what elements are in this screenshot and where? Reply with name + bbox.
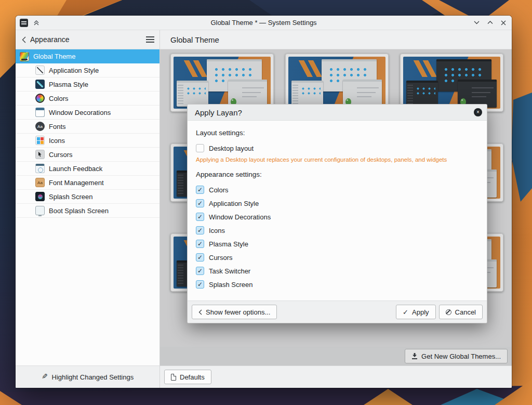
maximize-icon — [487, 21, 493, 24]
titlebar[interactable]: Global Theme * — System Settings — [16, 16, 512, 30]
dialog-body: Layout settings: ✓ Desktop layout Applyi… — [188, 121, 487, 301]
close-icon — [501, 20, 506, 25]
icons-icon — [35, 136, 45, 145]
appearance-options-list: ✓ Colors ✓ Application Style ✓ Window De… — [196, 183, 478, 291]
sidebar-item-label: Boot Splash Screen — [49, 207, 109, 215]
sidebar-item[interactable]: Fonts — [16, 120, 159, 134]
sidebar-item-label: Fonts — [49, 123, 66, 130]
checkbox-label: Task Switcher — [209, 267, 250, 275]
desktop-layout-checkbox[interactable]: ✓ — [196, 144, 204, 152]
plasma-style-icon — [35, 80, 45, 89]
appearance-option[interactable]: ✓ Application Style — [196, 197, 478, 210]
sidebar-item[interactable]: Global Theme — [16, 49, 159, 63]
cancel-icon — [446, 309, 451, 315]
highlighter-icon: ✎ — [42, 373, 48, 380]
show-fewer-options-button[interactable]: Show fewer options... — [192, 305, 277, 319]
option-checkbox[interactable]: ✓ — [196, 267, 204, 275]
close-button[interactable] — [499, 19, 508, 27]
sidebar-item[interactable]: Launch Feedback — [16, 162, 159, 176]
option-checkbox[interactable]: ✓ — [196, 240, 204, 248]
dialog-header: Apply Layan? × — [188, 104, 487, 121]
option-checkbox[interactable]: ✓ — [196, 280, 204, 289]
menu-icon[interactable] — [146, 36, 154, 43]
system-settings-window: Global Theme * — System Settings Appeara… — [16, 16, 512, 388]
checkbox-label: Icons — [209, 227, 225, 234]
sidebar-item[interactable]: Colors — [16, 92, 159, 106]
option-checkbox[interactable]: ✓ — [196, 253, 204, 262]
fonts-icon — [35, 122, 45, 131]
checkbox-label: Application Style — [209, 200, 259, 207]
cancel-button[interactable]: Cancel — [439, 305, 483, 319]
cursors-icon — [35, 150, 45, 159]
maximize-button[interactable] — [486, 19, 494, 27]
apply-button[interactable]: ✓ Apply — [396, 305, 435, 319]
window-decorations-icon — [35, 108, 45, 117]
boot-splash-screen-icon — [35, 206, 45, 215]
layout-settings-label: Layout settings: — [196, 129, 478, 137]
sidebar-item[interactable]: Plasma Style — [16, 77, 159, 92]
sidebar-item[interactable]: Icons — [16, 134, 159, 148]
minimize-icon — [474, 21, 480, 24]
sidebar-item-label: Icons — [49, 137, 65, 145]
back-icon[interactable] — [22, 36, 26, 43]
appearance-option[interactable]: ✓ Colors — [196, 183, 478, 197]
dialog-footer: Show fewer options... ✓ Apply Cancel — [188, 301, 487, 323]
page-title: Global Theme — [170, 35, 219, 44]
appearance-option[interactable]: ✓ Splash Screen — [196, 278, 478, 291]
apply-theme-dialog: Apply Layan? × Layout settings: ✓ Deskto… — [187, 104, 487, 323]
highlight-changed-settings-button[interactable]: Highlight Changed Settings — [52, 373, 134, 381]
keep-above-icon — [33, 20, 39, 26]
sidebar-item-label: Cursors — [49, 151, 73, 159]
checkbox-label: Splash Screen — [209, 281, 253, 289]
sidebar-item-label: Launch Feedback — [49, 165, 102, 173]
sidebar-item[interactable]: Font Management — [16, 176, 159, 190]
check-icon: ✓ — [403, 309, 408, 316]
sidebar-item[interactable]: Boot Splash Screen — [16, 204, 159, 218]
sidebar-item[interactable]: Window Decorations — [16, 106, 159, 120]
appearance-settings-label: Appearance settings: — [196, 171, 478, 178]
sidebar-item-label: Font Management — [49, 179, 104, 187]
sidebar-header: Appearance — [16, 30, 159, 49]
document-revert-icon — [171, 374, 176, 381]
chevron-left-icon — [198, 309, 202, 315]
option-checkbox[interactable]: ✓ — [196, 199, 204, 207]
appearance-option[interactable]: ✓ Plasma Style — [196, 237, 478, 251]
sidebar-item-label: Colors — [49, 95, 69, 102]
appearance-option[interactable]: ✓ Window Decorations — [196, 210, 478, 224]
desktop-layout-option[interactable]: ✓ Desktop layout — [196, 141, 478, 155]
application-style-icon — [35, 66, 45, 75]
splash-screen-icon — [35, 192, 45, 201]
sidebar-item[interactable]: Cursors — [16, 148, 159, 162]
dialog-title: Apply Layan? — [195, 108, 242, 117]
system-settings-app-icon — [20, 19, 28, 27]
checkbox-label: Window Decorations — [209, 213, 271, 221]
option-checkbox[interactable]: ✓ — [196, 186, 204, 194]
checkbox-label: Colors — [209, 186, 229, 194]
sidebar-item-label: Plasma Style — [49, 81, 88, 88]
keep-above-button[interactable] — [32, 19, 41, 27]
sidebar-item-label: Global Theme — [33, 53, 75, 60]
font-management-icon — [35, 178, 45, 187]
sidebar-footer: ✎ Highlight Changed Settings — [16, 365, 159, 388]
page-header: Global Theme — [160, 30, 512, 49]
window-footer: Defaults — [160, 365, 512, 388]
launch-feedback-icon — [35, 164, 45, 173]
option-checkbox[interactable]: ✓ — [196, 226, 204, 234]
minimize-button[interactable] — [472, 19, 481, 27]
sidebar-item-label: Application Style — [49, 67, 99, 74]
appearance-option[interactable]: ✓ Task Switcher — [196, 264, 478, 278]
sidebar-item-label: Window Decorations — [49, 109, 111, 116]
window-title: Global Theme * — System Settings — [16, 19, 512, 27]
option-checkbox[interactable]: ✓ — [196, 213, 204, 221]
appearance-option[interactable]: ✓ Icons — [196, 224, 478, 237]
sidebar-item[interactable]: Application Style — [16, 63, 159, 77]
appearance-option[interactable]: ✓ Cursors — [196, 251, 478, 264]
dialog-close-button[interactable]: × — [474, 108, 482, 116]
sidebar-item[interactable]: Splash Screen — [16, 190, 159, 204]
sidebar-breadcrumb[interactable]: Appearance — [30, 35, 70, 44]
defaults-button[interactable]: Defaults — [164, 370, 211, 384]
close-icon: × — [476, 110, 480, 115]
global-theme-icon — [20, 52, 29, 61]
checkbox-label: Desktop layout — [209, 145, 254, 152]
sidebar-item-label: Splash Screen — [49, 193, 93, 201]
